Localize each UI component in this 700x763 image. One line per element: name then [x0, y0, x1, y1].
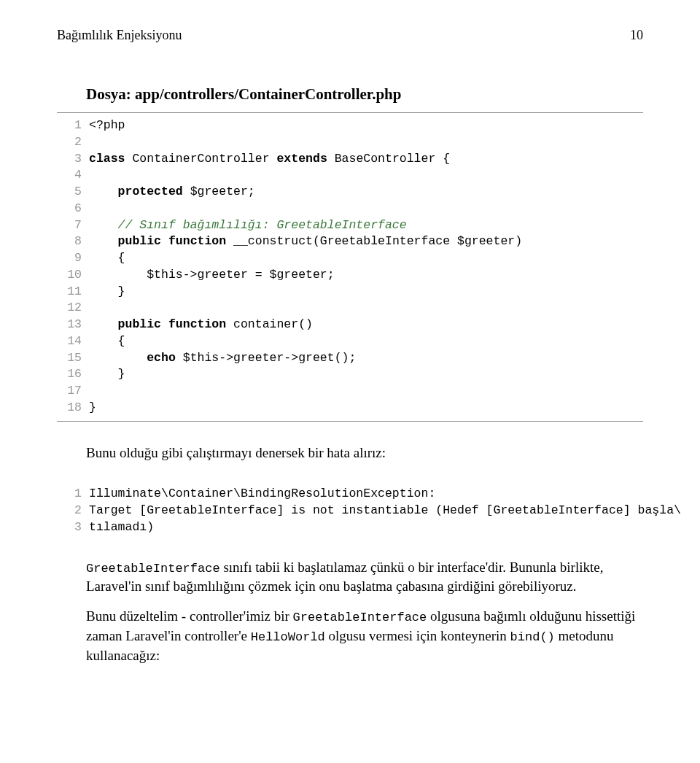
code-content: }: [89, 284, 643, 301]
code-content: [89, 201, 643, 217]
code-content: class ContainerController extends BaseCo…: [89, 151, 643, 168]
inline-code-greetable: GreetableInterface: [86, 562, 220, 576]
line-number: 8: [57, 233, 89, 250]
code-line: 1Illuminate\Container\BindingResolutionE…: [57, 486, 643, 503]
code-content: }: [89, 400, 643, 417]
code-line: 2: [57, 134, 643, 151]
code-line: 17: [57, 383, 643, 400]
code-line: 5 protected $greeter;: [57, 184, 643, 201]
line-number: 12: [57, 300, 89, 317]
code-line: 2Target [GreetableInterface] is not inst…: [57, 503, 643, 519]
inline-code-greetable2: GreetableInterface: [293, 611, 427, 624]
line-number: 1: [57, 486, 89, 503]
code-line: 10 $this->greeter = $greeter;: [57, 267, 643, 284]
line-number: 15: [57, 350, 89, 367]
page-header: Bağımlılık Enjeksiyonu 10: [57, 28, 643, 43]
code-line: 9 {: [57, 250, 643, 267]
code-content: [89, 167, 643, 184]
code-content: $this->greeter = $greeter;: [89, 267, 643, 284]
code-line: 1<?php: [57, 117, 643, 134]
line-number: 2: [57, 503, 89, 519]
code-line: 18}: [57, 400, 643, 417]
line-number: 4: [57, 167, 89, 184]
code-content: tılamadı): [89, 519, 643, 536]
line-number: 7: [57, 217, 89, 234]
code-content: protected $greeter;: [89, 184, 643, 201]
code-line: 11 }: [57, 284, 643, 301]
code-content: // Sınıf bağımlılığı: GreetableInterface: [89, 217, 643, 234]
line-number: 17: [57, 383, 89, 400]
p3-s5: olgusu vermesi için konteynerin: [325, 628, 510, 643]
line-number: 18: [57, 400, 89, 417]
chapter-title: Bağımlılık Enjeksiyonu: [57, 28, 182, 43]
code-line: 7 // Sınıf bağımlılığı: GreetableInterfa…: [57, 217, 643, 234]
code-content: {: [89, 250, 643, 267]
code-content: Illuminate\Container\BindingResolutionEx…: [89, 486, 643, 503]
paragraph-1: Bunu olduğu gibi çalıştırmayı denersek b…: [86, 444, 643, 463]
paragraph-1-text: Bunu olduğu gibi çalıştırmayı denersek b…: [86, 444, 643, 463]
code-line: 12: [57, 300, 643, 317]
code-line: 13 public function container(): [57, 317, 643, 333]
code-content: echo $this->greeter->greet();: [89, 350, 643, 367]
inline-code-bind: bind(): [510, 630, 555, 644]
paragraph-3-text: Bunu düzeltelim - controller'imiz bir Gr…: [86, 607, 643, 665]
line-number: 1: [57, 117, 89, 134]
file-heading: Dosya: app/controllers/ContainerControll…: [86, 85, 643, 104]
line-number: 13: [57, 317, 89, 333]
inline-code-helloworld: HelloWorld: [251, 630, 325, 644]
code-line: 15 echo $this->greeter->greet();: [57, 350, 643, 367]
line-number: 14: [57, 333, 89, 350]
code-line: 14 {: [57, 333, 643, 350]
code-content: [89, 134, 643, 151]
line-number: 11: [57, 284, 89, 301]
code-content: <?php: [89, 117, 643, 134]
p3-s1: Bunu düzeltelim - controller'imiz bir: [86, 608, 293, 624]
line-number: 16: [57, 366, 89, 383]
code-content: public function __construct(GreetableInt…: [89, 233, 643, 250]
code-content: public function container(): [89, 317, 643, 333]
code-block-1: 1<?php23class ContainerController extend…: [57, 112, 643, 422]
code-content: [89, 383, 643, 400]
line-number: 9: [57, 250, 89, 267]
paragraph-2-text: GreetableInterface sınıfı tabii ki başla…: [86, 558, 643, 597]
code-line: 16 }: [57, 366, 643, 383]
code-line: 4: [57, 167, 643, 184]
paragraph-2: GreetableInterface sınıfı tabii ki başla…: [86, 558, 643, 666]
code-block-2: 1Illuminate\Container\BindingResolutionE…: [57, 481, 643, 540]
page-number: 10: [630, 28, 643, 43]
line-number: 5: [57, 184, 89, 201]
line-number: 6: [57, 201, 89, 217]
line-number: 3: [57, 151, 89, 168]
line-number: 2: [57, 134, 89, 151]
code-line: 6: [57, 201, 643, 217]
code-line: 3tılamadı): [57, 519, 643, 536]
code-line: 3class ContainerController extends BaseC…: [57, 151, 643, 168]
code-content: }: [89, 366, 643, 383]
line-number: 3: [57, 519, 89, 536]
line-number: 10: [57, 267, 89, 284]
code-line: 8 public function __construct(GreetableI…: [57, 233, 643, 250]
code-content: Target [GreetableInterface] is not insta…: [89, 503, 681, 519]
code-content: {: [89, 333, 643, 350]
code-content: [89, 300, 643, 317]
